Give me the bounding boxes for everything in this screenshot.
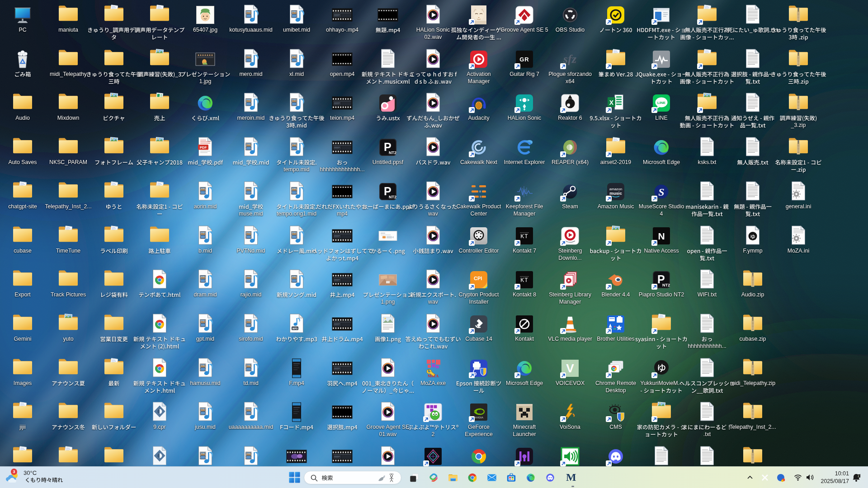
svg-text:z: z [859,473,861,476]
